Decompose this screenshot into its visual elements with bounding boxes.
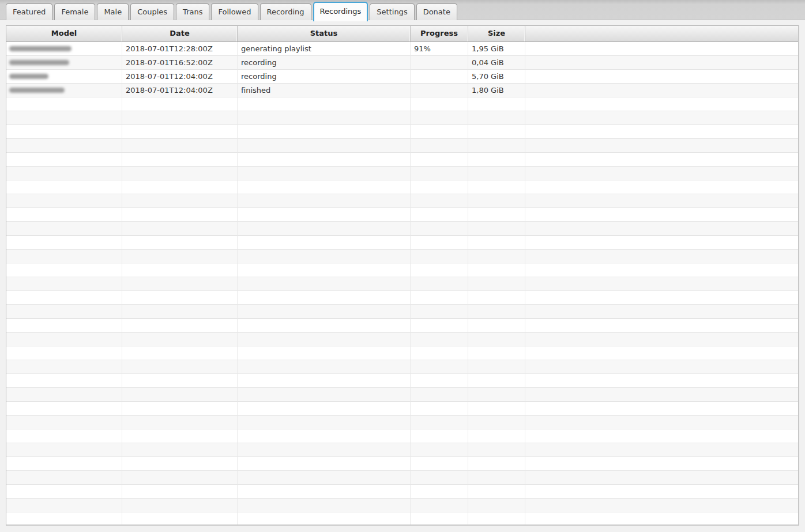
table-row-empty — [6, 263, 798, 277]
cell-size — [468, 388, 525, 402]
cell-date — [122, 194, 238, 208]
table-row-empty — [6, 443, 798, 457]
recordings-table: ModelDateStatusProgressSize 2018-07-01T1… — [6, 25, 799, 526]
cell-status — [238, 429, 411, 443]
cell-progress — [411, 319, 468, 333]
censored-model-name — [9, 46, 72, 51]
cell-model — [6, 512, 122, 526]
cell-size — [468, 153, 525, 167]
cell-filler — [525, 208, 798, 222]
tab-donate[interactable]: Donate — [416, 3, 457, 20]
table-row-empty — [6, 97, 798, 111]
cell-filler — [525, 485, 798, 499]
cell-status — [238, 443, 411, 457]
table-row[interactable]: 2018-07-01T12:28:00Zgenerating playlist9… — [6, 42, 798, 56]
table-row-empty — [6, 388, 798, 402]
table-row[interactable]: 2018-07-01T16:52:00Zrecording0,04 GiB — [6, 56, 798, 70]
cell-progress — [411, 84, 468, 97]
cell-size: 0,04 GiB — [468, 56, 525, 70]
cell-filler — [525, 139, 798, 153]
cell-status — [238, 97, 411, 111]
cell-filler — [525, 153, 798, 167]
cell-size: 5,70 GiB — [468, 70, 525, 84]
cell-model — [6, 42, 122, 56]
cell-filler — [525, 388, 798, 402]
cell-model — [6, 333, 122, 346]
tab-followed[interactable]: Followed — [211, 3, 258, 20]
cell-date: 2018-07-01T12:04:00Z — [122, 70, 238, 84]
cell-status: recording — [238, 70, 411, 84]
cell-status — [238, 111, 411, 125]
tab-couples[interactable]: Couples — [130, 3, 174, 20]
cell-filler — [525, 125, 798, 139]
cell-progress — [411, 97, 468, 111]
table-row[interactable]: 2018-07-01T12:04:00Zfinished1,80 GiB — [6, 84, 798, 97]
tab-recordings[interactable]: Recordings — [313, 2, 368, 21]
cell-date — [122, 277, 238, 291]
cell-filler — [525, 236, 798, 250]
cell-date — [122, 167, 238, 180]
cell-model — [6, 319, 122, 333]
cell-status: recording — [238, 56, 411, 70]
tab-settings[interactable]: Settings — [370, 3, 414, 20]
table-body: 2018-07-01T12:28:00Zgenerating playlist9… — [6, 42, 798, 526]
cell-size — [468, 319, 525, 333]
tab-female[interactable]: Female — [54, 3, 95, 20]
table-row-empty — [6, 222, 798, 236]
cell-progress — [411, 180, 468, 194]
cell-date — [122, 388, 238, 402]
cell-progress — [411, 291, 468, 305]
cell-date — [122, 222, 238, 236]
cell-filler — [525, 443, 798, 457]
cell-filler — [525, 333, 798, 346]
cell-progress — [411, 263, 468, 277]
cell-model — [6, 305, 122, 319]
header-cell-date[interactable]: Date — [122, 26, 238, 41]
cell-date — [122, 346, 238, 360]
cell-date — [122, 97, 238, 111]
cell-model — [6, 374, 122, 388]
header-cell-progress[interactable]: Progress — [411, 26, 468, 41]
cell-size — [468, 97, 525, 111]
cell-status — [238, 319, 411, 333]
cell-model — [6, 250, 122, 263]
cell-filler — [525, 180, 798, 194]
table-row[interactable]: 2018-07-01T12:04:00Zrecording5,70 GiB — [6, 70, 798, 84]
table-row-empty — [6, 291, 798, 305]
cell-status — [238, 402, 411, 416]
cell-size — [468, 125, 525, 139]
tab-trans[interactable]: Trans — [176, 3, 209, 20]
cell-model — [6, 291, 122, 305]
cell-model — [6, 153, 122, 167]
cell-progress — [411, 250, 468, 263]
cell-model — [6, 443, 122, 457]
cell-filler — [525, 291, 798, 305]
cell-filler — [525, 319, 798, 333]
tab-male[interactable]: Male — [97, 3, 129, 20]
cell-date — [122, 153, 238, 167]
tab-featured[interactable]: Featured — [6, 3, 52, 20]
cell-size — [468, 416, 525, 429]
tab-recording[interactable]: Recording — [260, 3, 311, 20]
cell-status — [238, 167, 411, 180]
cell-status — [238, 485, 411, 499]
cell-status — [238, 360, 411, 374]
table-row-empty — [6, 360, 798, 374]
header-cell-status[interactable]: Status — [238, 26, 411, 41]
cell-model — [6, 97, 122, 111]
header-cell-model[interactable]: Model — [6, 26, 122, 41]
header-cell-size[interactable]: Size — [468, 26, 525, 41]
cell-model — [6, 125, 122, 139]
cell-progress — [411, 139, 468, 153]
cell-model — [6, 56, 122, 70]
cell-filler — [525, 277, 798, 291]
cell-filler — [525, 250, 798, 263]
cell-progress — [411, 56, 468, 70]
cell-model — [6, 277, 122, 291]
cell-model — [6, 457, 122, 471]
cell-size — [468, 429, 525, 443]
cell-filler — [525, 305, 798, 319]
cell-date — [122, 360, 238, 374]
cell-size — [468, 443, 525, 457]
cell-filler — [525, 111, 798, 125]
